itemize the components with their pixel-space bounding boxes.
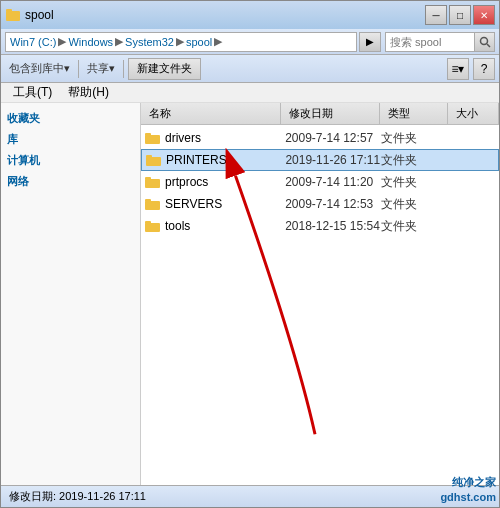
folder-icon bbox=[145, 218, 161, 234]
search-input[interactable] bbox=[385, 32, 475, 52]
file-date: 2009-7-14 11:20 bbox=[285, 175, 381, 189]
sep1: ▶ bbox=[58, 35, 66, 48]
breadcrumb-windows[interactable]: Windows bbox=[68, 36, 113, 48]
toolbar-right: ≡▾ ? bbox=[447, 58, 495, 80]
svg-rect-4 bbox=[145, 135, 160, 144]
address-go-button[interactable]: ▶ bbox=[359, 32, 381, 52]
folder-icon bbox=[145, 130, 161, 146]
table-row[interactable]: tools 2018-12-15 15:54 文件夹 bbox=[141, 215, 499, 237]
minimize-button[interactable]: ─ bbox=[425, 5, 447, 25]
file-type: 文件夹 bbox=[381, 174, 445, 191]
folder-icon bbox=[145, 196, 161, 212]
svg-rect-13 bbox=[145, 221, 151, 224]
search-area bbox=[385, 32, 495, 52]
view-button[interactable]: ≡▾ bbox=[447, 58, 469, 80]
file-type: 文件夹 bbox=[381, 196, 445, 213]
file-type: 文件夹 bbox=[381, 130, 445, 147]
toolbar-sep2 bbox=[123, 60, 124, 78]
svg-rect-9 bbox=[145, 177, 151, 180]
svg-rect-0 bbox=[6, 11, 20, 21]
maximize-button[interactable]: □ bbox=[449, 5, 471, 25]
file-date: 2018-12-15 15:54 bbox=[285, 219, 381, 233]
svg-rect-11 bbox=[145, 199, 151, 202]
menu-help[interactable]: 帮助(H) bbox=[60, 82, 117, 103]
nav-computer[interactable]: 计算机 bbox=[5, 149, 136, 170]
file-type: 文件夹 bbox=[381, 218, 445, 235]
svg-rect-5 bbox=[145, 133, 151, 136]
nav-libraries[interactable]: 库 bbox=[5, 128, 136, 149]
share-label: 共享▾ bbox=[83, 59, 119, 78]
folder-icon bbox=[145, 174, 161, 190]
main-area: 收藏夹 库 计算机 网络 名称 修改日期 类型 大小 bbox=[1, 103, 499, 485]
file-name: PRINTERS bbox=[166, 153, 285, 167]
file-name: SERVERS bbox=[165, 197, 285, 211]
folder-icon bbox=[146, 152, 162, 168]
sep4: ▶ bbox=[214, 35, 222, 48]
table-row[interactable]: prtprocs 2009-7-14 11:20 文件夹 bbox=[141, 171, 499, 193]
explorer-window: spool ─ □ ✕ Win7 (C:) ▶ Windows ▶ System… bbox=[0, 0, 500, 508]
status-bar: 修改日期: 2019-11-26 17:11 bbox=[1, 485, 499, 507]
col-header-name[interactable]: 名称 bbox=[141, 103, 281, 124]
file-name: drivers bbox=[165, 131, 285, 145]
window-title: spool bbox=[25, 8, 425, 22]
file-list-body: drivers 2009-7-14 12:57 文件夹 PRINTERS 201… bbox=[141, 125, 499, 485]
nav-pane: 收藏夹 库 计算机 网络 bbox=[1, 103, 141, 485]
breadcrumb-system32[interactable]: System32 bbox=[125, 36, 174, 48]
breadcrumb[interactable]: Win7 (C:) ▶ Windows ▶ System32 ▶ spool ▶ bbox=[5, 32, 357, 52]
svg-rect-10 bbox=[145, 201, 160, 210]
svg-rect-6 bbox=[146, 157, 161, 166]
file-date: 2009-7-14 12:53 bbox=[285, 197, 381, 211]
title-bar: spool ─ □ ✕ bbox=[1, 1, 499, 29]
svg-rect-7 bbox=[146, 155, 152, 158]
svg-rect-8 bbox=[145, 179, 160, 188]
address-bar: Win7 (C:) ▶ Windows ▶ System32 ▶ spool ▶… bbox=[1, 29, 499, 55]
breadcrumb-spool[interactable]: spool bbox=[186, 36, 212, 48]
window-icon bbox=[5, 7, 21, 23]
toolbar-sep1 bbox=[78, 60, 79, 78]
close-button[interactable]: ✕ bbox=[473, 5, 495, 25]
menu-bar: 工具(T) 帮助(H) bbox=[1, 83, 499, 103]
watermark-line2: gdhst.com bbox=[440, 490, 496, 504]
file-type: 文件夹 bbox=[381, 152, 445, 169]
menu-tools[interactable]: 工具(T) bbox=[5, 82, 60, 103]
column-headers: 名称 修改日期 类型 大小 bbox=[141, 103, 499, 125]
svg-line-3 bbox=[487, 44, 490, 47]
toolbar: 包含到库中▾ 共享▾ 新建文件夹 ≡▾ ? bbox=[1, 55, 499, 83]
file-date: 2019-11-26 17:11 bbox=[285, 153, 381, 167]
organize-label: 包含到库中▾ bbox=[5, 59, 74, 78]
search-button[interactable] bbox=[475, 32, 495, 52]
search-icon bbox=[479, 36, 491, 48]
nav-favorites[interactable]: 收藏夹 bbox=[5, 107, 136, 128]
new-folder-button[interactable]: 新建文件夹 bbox=[128, 58, 201, 80]
help-button[interactable]: ? bbox=[473, 58, 495, 80]
watermark-line1: 纯净之家 bbox=[440, 475, 496, 489]
breadcrumb-win7[interactable]: Win7 (C:) bbox=[10, 36, 56, 48]
sep3: ▶ bbox=[176, 35, 184, 48]
file-list: 名称 修改日期 类型 大小 drivers 2009-7-14 12:57 bbox=[141, 103, 499, 485]
file-date: 2009-7-14 12:57 bbox=[285, 131, 381, 145]
window-controls: ─ □ ✕ bbox=[425, 5, 495, 25]
table-row[interactable]: drivers 2009-7-14 12:57 文件夹 bbox=[141, 127, 499, 149]
col-header-date[interactable]: 修改日期 bbox=[281, 103, 381, 124]
table-row[interactable]: PRINTERS 2019-11-26 17:11 文件夹 bbox=[141, 149, 499, 171]
svg-rect-12 bbox=[145, 223, 160, 232]
col-header-size[interactable]: 大小 bbox=[448, 103, 499, 124]
svg-point-2 bbox=[480, 37, 487, 44]
svg-rect-1 bbox=[6, 9, 12, 12]
table-row[interactable]: SERVERS 2009-7-14 12:53 文件夹 bbox=[141, 193, 499, 215]
sep2: ▶ bbox=[115, 35, 123, 48]
col-header-type[interactable]: 类型 bbox=[380, 103, 447, 124]
nav-network[interactable]: 网络 bbox=[5, 170, 136, 191]
watermark: 纯净之家 gdhst.com bbox=[440, 475, 496, 504]
file-name: prtprocs bbox=[165, 175, 285, 189]
status-text: 修改日期: 2019-11-26 17:11 bbox=[9, 489, 146, 504]
file-name: tools bbox=[165, 219, 285, 233]
